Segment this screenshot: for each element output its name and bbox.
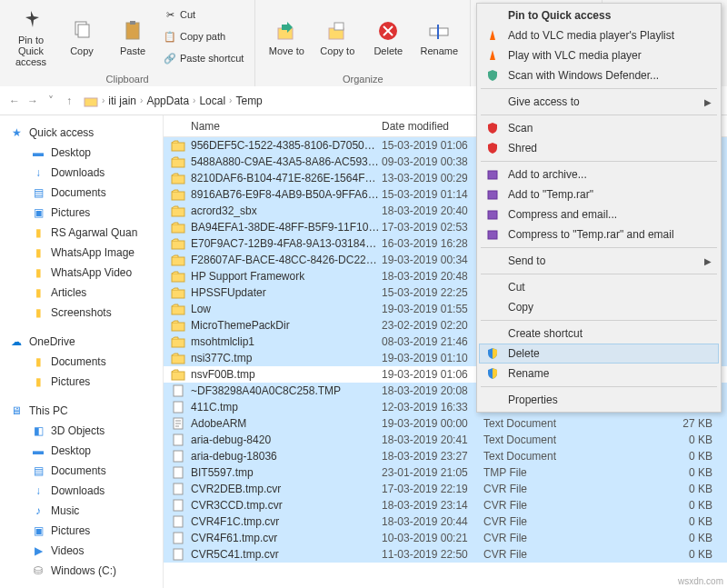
cut-button[interactable]: ✂Cut [160, 5, 247, 25]
sidebar-pictures2[interactable]: ▣Pictures [0, 521, 163, 541]
sidebar-3d-objects[interactable]: ◧3D Objects [0, 421, 163, 441]
cm-vlc-add[interactable]: Add to VLC media player's Playlist [479, 25, 719, 45]
cm-rename[interactable]: Rename [479, 364, 719, 384]
sidebar-quick-access[interactable]: ★Quick access [0, 123, 163, 143]
folder-icon [171, 334, 185, 349]
sidebar-pictures[interactable]: ▣Pictures [0, 203, 163, 223]
pictures-icon: ▣ [31, 205, 45, 220]
cm-create-shortcut[interactable]: Create shortcut [479, 324, 719, 344]
sidebar-music[interactable]: ♪Music [0, 501, 163, 521]
up-button[interactable]: ↑ [62, 95, 76, 107]
cm-give-access[interactable]: Give access to▶ [479, 92, 719, 112]
sidebar-videos[interactable]: ▶Videos [0, 541, 163, 561]
file-date: 15-03-2019 01:06 [382, 139, 483, 152]
svg-rect-24 [172, 339, 184, 347]
sidebar-onedrive[interactable]: ☁OneDrive [0, 332, 163, 352]
move-to-button[interactable]: Move to [263, 5, 310, 70]
file-name: 5488A880-C9AE-43A5-8A86-AC5932B91C... [191, 155, 382, 168]
delete-button[interactable]: Delete [364, 5, 412, 70]
sidebar-item-rs[interactable]: ▮RS Agarwal Quan [0, 223, 163, 243]
cm-add-temp-rar[interactable]: Add to "Temp.rar" [479, 184, 719, 204]
star-icon: ★ [9, 125, 24, 140]
shield-icon [484, 346, 501, 361]
cm-send-to[interactable]: Send to▶ [479, 251, 719, 271]
cm-delete[interactable]: Delete [479, 344, 719, 364]
sidebar-desktop[interactable]: ▬Desktop [0, 143, 163, 163]
cm-mcafee-scan[interactable]: Scan [479, 118, 719, 138]
cm-compress-email[interactable]: Compress and email... [479, 204, 719, 224]
file-date: 15-03-2019 22:25 [382, 286, 483, 299]
col-name[interactable]: Name [164, 120, 382, 133]
cm-scan-defender[interactable]: Scan with Windows Defender... [479, 65, 719, 85]
file-row[interactable]: BIT5597.tmp23-01-2019 21:05TMP File0 KB [164, 464, 727, 481]
cm-add-archive[interactable]: Add to archive... [479, 164, 719, 184]
crumb[interactable]: AppData [146, 95, 189, 107]
forward-button[interactable]: → [25, 95, 40, 107]
music-icon: ♪ [31, 503, 45, 518]
svg-rect-22 [172, 306, 184, 314]
sidebar-item-screenshots[interactable]: ▮Screenshots [0, 303, 163, 323]
pictures-icon: ▣ [31, 523, 45, 538]
crumb[interactable]: iti jain [108, 95, 136, 107]
copy-button[interactable]: Copy [58, 5, 105, 70]
copy-icon [69, 18, 95, 44]
file-row[interactable]: AdobeARM19-03-2019 00:00Text Document27 … [164, 415, 727, 432]
breadcrumb[interactable]: › iti jain› AppData› Local› Temp [84, 94, 263, 108]
file-size: 0 KB [591, 450, 727, 463]
cm-copy[interactable]: Copy [479, 297, 719, 317]
col-date[interactable]: Date modified [382, 120, 483, 133]
file-icon [171, 400, 185, 414]
file-row[interactable]: CVR4F61.tmp.cvr10-03-2019 00:21CVR File0… [164, 530, 727, 546]
pin-quick-access-button[interactable]: Pin to Quick access [7, 5, 55, 70]
sidebar-documents[interactable]: ▤Documents [0, 183, 163, 203]
folder-icon [84, 94, 98, 108]
file-row[interactable]: aria-debug-1803618-03-2019 23:27Text Doc… [164, 448, 727, 464]
chevron-right-icon: ▶ [704, 97, 712, 107]
file-row[interactable]: CVR2DEB.tmp.cvr17-03-2019 22:19CVR File0… [164, 481, 727, 497]
cm-pin-quick-access[interactable]: Pin to Quick access [479, 5, 719, 25]
cm-mcafee-shred[interactable]: Shred [479, 138, 719, 158]
file-name: HPSSFUpdater [191, 286, 382, 299]
file-date: 18-03-2019 23:14 [382, 499, 483, 512]
back-button[interactable]: ← [7, 95, 22, 107]
file-date: 19-03-2019 00:00 [382, 417, 483, 430]
file-date: 08-03-2019 21:46 [382, 335, 483, 348]
file-row[interactable]: CVR3CCD.tmp.cvr18-03-2019 23:14CVR File0… [164, 497, 727, 513]
sidebar-item-wa-img[interactable]: ▮WhatsApp Image [0, 243, 163, 263]
sidebar-documents2[interactable]: ▤Documents [0, 461, 163, 481]
sidebar-item-articles[interactable]: ▮Articles [0, 283, 163, 303]
file-size: 0 KB [591, 483, 727, 495]
crumb[interactable]: Local [199, 95, 225, 107]
sidebar-onedrive-pictures[interactable]: ▮Pictures [0, 372, 163, 392]
copy-to-button[interactable]: Copy to [314, 5, 361, 70]
svg-rect-11 [85, 98, 97, 106]
cm-properties[interactable]: Properties [479, 390, 719, 410]
paste-button[interactable]: Paste [109, 5, 156, 70]
copy-path-button[interactable]: 📋Copy path [160, 26, 247, 46]
file-row[interactable]: CVR5C41.tmp.cvr11-03-2019 22:50CVR File0… [164, 546, 727, 563]
rename-button[interactable]: Rename [415, 5, 463, 70]
sidebar-windows-c[interactable]: ⛁Windows (C:) [0, 561, 163, 581]
cm-vlc-play[interactable]: Play with VLC media player [479, 45, 719, 65]
sidebar-downloads2[interactable]: ↓Downloads [0, 481, 163, 501]
file-name: ~DF38298A40A0C8C258.TMP [191, 384, 382, 397]
sidebar-item-wa-vid[interactable]: ▮WhatsApp Video [0, 263, 163, 283]
folder-icon [171, 171, 185, 185]
sidebar-this-pc[interactable]: 🖥This PC [0, 401, 163, 421]
sidebar-desktop2[interactable]: ▬Desktop [0, 441, 163, 461]
file-name: Low [191, 303, 382, 315]
scissors-icon: ✂ [164, 8, 176, 21]
file-row[interactable]: aria-debug-842018-03-2019 20:41Text Docu… [164, 432, 727, 448]
file-row[interactable]: CVR4F1C.tmp.cvr18-03-2019 20:44CVR File0… [164, 513, 727, 530]
cm-compress-temp-rar-email[interactable]: Compress to "Temp.rar" and email [479, 224, 719, 244]
recent-button[interactable]: ˅ [44, 95, 58, 107]
crumb[interactable]: Temp [235, 95, 262, 107]
sidebar-onedrive-documents[interactable]: ▮Documents [0, 352, 163, 372]
file-date: 10-03-2019 00:21 [382, 532, 483, 544]
folder-icon [171, 269, 185, 284]
cm-cut[interactable]: Cut [479, 277, 719, 297]
sidebar-downloads[interactable]: ↓Downloads [0, 163, 163, 183]
paste-shortcut-button[interactable]: 🔗Paste shortcut [160, 48, 247, 68]
folder-icon [171, 138, 185, 153]
clipboard-group-label: Clipboard [106, 74, 149, 85]
